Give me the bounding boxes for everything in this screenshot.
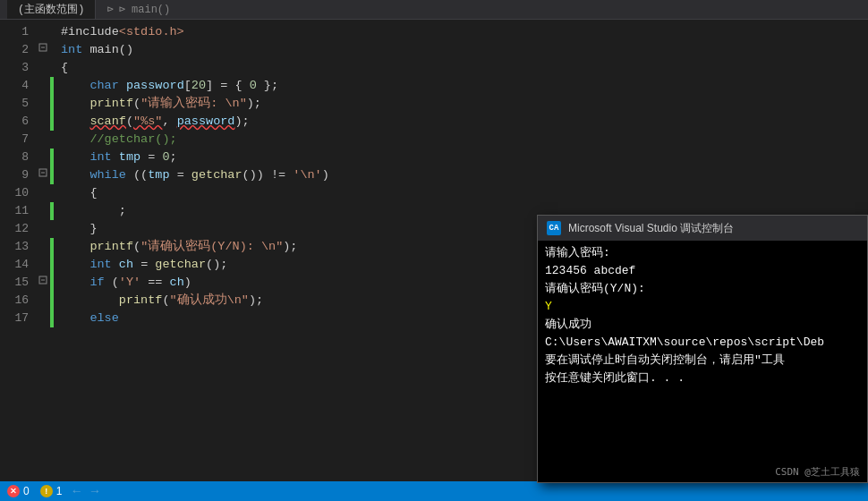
line-number: 12 bbox=[14, 220, 29, 238]
line-number: 6 bbox=[21, 113, 29, 131]
code-line: #include<stdio.h> bbox=[61, 23, 868, 41]
console-footer: CSDN @芝土工具猿 bbox=[538, 461, 867, 482]
fold-gutter bbox=[36, 20, 50, 501]
line-number: 9 bbox=[21, 166, 29, 184]
console-body: 请输入密码:123456 abcdef请确认密码(Y/N):Y确认成功C:\Us… bbox=[538, 241, 867, 461]
fold-marker bbox=[36, 95, 50, 113]
forward-arrow[interactable]: → bbox=[91, 484, 98, 498]
line-number-gutter: 1234567891011121314151617 bbox=[0, 20, 36, 501]
line-number: 1 bbox=[21, 23, 29, 41]
fold-marker bbox=[36, 238, 50, 256]
console-line: Y bbox=[545, 298, 860, 316]
breadcrumb-function: ⊳ main() bbox=[119, 3, 171, 16]
console-line: 请确认密码(Y/N): bbox=[545, 280, 860, 298]
code-line: { bbox=[61, 59, 868, 77]
line-number: 10 bbox=[14, 184, 29, 202]
warn-icon: ! bbox=[40, 485, 53, 497]
code-line: //getchar(); bbox=[61, 131, 868, 149]
console-window: CA Microsoft Visual Studio 调试控制台 请输入密码:1… bbox=[537, 215, 868, 483]
line-number: 4 bbox=[21, 77, 29, 95]
console-line: 请输入密码: bbox=[545, 244, 860, 262]
fold-marker bbox=[36, 77, 50, 95]
console-line: 确认成功 bbox=[545, 316, 860, 334]
breadcrumb-area: ⊳ ⊳ main() bbox=[96, 3, 861, 16]
back-arrow[interactable]: ← bbox=[72, 484, 80, 498]
fold-marker[interactable] bbox=[36, 41, 50, 59]
code-line: int tmp = 0; bbox=[61, 149, 868, 166]
warn-indicator[interactable]: ! 1 bbox=[40, 485, 63, 497]
fold-marker[interactable] bbox=[36, 166, 50, 184]
console-footer-text: CSDN @芝土工具猿 bbox=[775, 465, 860, 479]
line-number: 5 bbox=[21, 95, 29, 113]
console-title-text: Microsoft Visual Studio 调试控制台 bbox=[568, 221, 734, 236]
breadcrumb-arrow: ⊳ bbox=[106, 3, 113, 16]
warn-count: 1 bbox=[56, 485, 63, 497]
fold-marker bbox=[36, 310, 50, 327]
line-number: 3 bbox=[21, 59, 29, 77]
code-line: printf("请输入密码: \n"); bbox=[61, 95, 868, 113]
fold-marker bbox=[36, 113, 50, 131]
code-line: char password[20] = { 0 }; bbox=[61, 77, 868, 95]
code-line: int main() bbox=[61, 41, 868, 59]
fold-marker bbox=[36, 184, 50, 202]
console-line: C:\Users\AWAITXM\source\repos\script\Deb bbox=[545, 334, 860, 352]
console-title-bar: CA Microsoft Visual Studio 调试控制台 bbox=[538, 216, 867, 241]
editor-area: (主函数范围) ⊳ ⊳ main() 123456789101112131415… bbox=[0, 0, 868, 501]
fold-marker bbox=[36, 59, 50, 77]
fold-marker bbox=[36, 292, 50, 310]
error-count: 0 bbox=[23, 485, 30, 497]
fold-marker bbox=[36, 220, 50, 238]
code-line: { bbox=[61, 184, 868, 202]
fold-marker bbox=[36, 23, 50, 41]
line-number: 7 bbox=[21, 131, 29, 149]
line-number: 11 bbox=[14, 202, 29, 220]
fold-marker bbox=[36, 256, 50, 274]
fold-marker[interactable] bbox=[36, 274, 50, 292]
line-number: 14 bbox=[14, 256, 29, 274]
fold-marker bbox=[36, 149, 50, 166]
error-indicator[interactable]: ✕ 0 bbox=[7, 485, 30, 497]
bottom-status-bar: ✕ 0 ! 1 ← → bbox=[0, 481, 868, 501]
console-app-icon: CA bbox=[547, 221, 561, 235]
line-number: 15 bbox=[14, 274, 29, 292]
fold-marker bbox=[36, 131, 50, 149]
top-bar: (主函数范围) ⊳ ⊳ main() bbox=[0, 0, 868, 20]
console-line: 按任意键关闭此窗口. . . bbox=[545, 369, 860, 387]
code-line: scanf("%s", password); bbox=[61, 113, 868, 131]
line-number: 16 bbox=[14, 292, 29, 310]
line-number: 13 bbox=[14, 238, 29, 256]
line-number: 8 bbox=[21, 149, 29, 166]
line-number: 17 bbox=[14, 310, 29, 327]
code-line: while ((tmp = getchar()) != '\n') bbox=[61, 166, 868, 184]
breadcrumb-tab[interactable]: (主函数范围) bbox=[7, 0, 96, 19]
error-icon: ✕ bbox=[7, 485, 20, 497]
fold-marker bbox=[36, 202, 50, 220]
console-line: 要在调试停止时自动关闭控制台，请启用"工具 bbox=[545, 352, 860, 369]
console-line: 123456 abcdef bbox=[545, 262, 860, 280]
breadcrumb-tab-label: (主函数范围) bbox=[18, 2, 84, 17]
line-number: 2 bbox=[21, 41, 29, 59]
